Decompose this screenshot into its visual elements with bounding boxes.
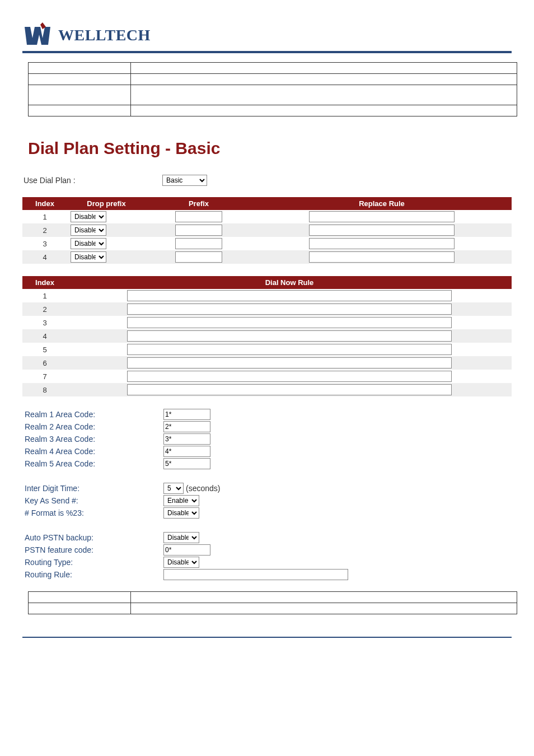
key-as-send-label: Key As Send #: xyxy=(24,496,163,505)
use-dial-plan-select[interactable]: Basic xyxy=(162,175,207,186)
logo-text: WELLTECH xyxy=(58,26,151,44)
dialnow-index: 7 xyxy=(22,370,67,383)
format23-label: # Format is %23: xyxy=(24,508,163,517)
realm4-label: Realm 4 Area Code: xyxy=(24,447,163,456)
bottom-grid-table xyxy=(28,591,517,614)
header-logo: WELLTECH xyxy=(22,22,512,53)
realm1-input[interactable] xyxy=(163,409,210,420)
prefix-input[interactable] xyxy=(175,225,222,236)
realm3-input[interactable] xyxy=(163,433,210,445)
page-title: Dial Plan Setting - Basic xyxy=(28,139,512,158)
dialnow-input[interactable] xyxy=(127,357,452,368)
routing-rule-label: Routing Rule: xyxy=(24,570,163,579)
col-index: Index xyxy=(22,197,67,210)
dialnow-input[interactable] xyxy=(127,304,452,315)
prefix-input[interactable] xyxy=(175,211,222,222)
prefix-input[interactable] xyxy=(175,238,222,249)
routing-rule-input[interactable] xyxy=(163,569,348,580)
welltech-logo-icon xyxy=(22,22,56,48)
dialnow-index: 2 xyxy=(22,302,67,316)
prefix-input[interactable] xyxy=(175,251,222,263)
dialnow-input[interactable] xyxy=(127,330,452,342)
dialnow-input[interactable] xyxy=(127,344,452,355)
plan-index: 4 xyxy=(22,250,67,264)
col-index: Index xyxy=(22,276,67,289)
replace-input[interactable] xyxy=(309,251,455,263)
pstn-feature-code-input[interactable] xyxy=(163,544,210,556)
realm2-label: Realm 2 Area Code: xyxy=(24,422,163,431)
col-replace: Replace Rule xyxy=(252,197,512,210)
realm3-label: Realm 3 Area Code: xyxy=(24,435,163,444)
drop-prefix-select[interactable]: Disable xyxy=(71,251,106,263)
col-prefix: Prefix xyxy=(146,197,252,210)
dialnow-index: 3 xyxy=(22,316,67,329)
plan-index: 1 xyxy=(22,210,67,223)
dialnow-input[interactable] xyxy=(127,317,452,328)
dialnow-index: 5 xyxy=(22,343,67,356)
dialnow-index: 6 xyxy=(22,356,67,370)
realm5-input[interactable] xyxy=(163,458,210,469)
auto-pstn-backup-label: Auto PSTN backup: xyxy=(24,533,163,542)
drop-prefix-select[interactable]: Disable xyxy=(71,211,106,222)
replace-input[interactable] xyxy=(309,225,455,236)
seconds-unit: (seconds) xyxy=(186,484,220,493)
dialnow-index: 1 xyxy=(22,289,67,302)
dial-plan-table: Index Drop prefix Prefix Replace Rule 1 … xyxy=(22,197,512,264)
dialnow-input[interactable] xyxy=(127,384,452,395)
use-dial-plan-label: Use Dial Plan : xyxy=(22,176,162,185)
format23-select[interactable]: Disable xyxy=(163,507,199,519)
replace-input[interactable] xyxy=(309,211,455,222)
dial-now-table: Index Dial Now Rule 1 2 3 4 5 6 7 8 xyxy=(22,276,512,396)
routing-type-label: Routing Type: xyxy=(24,558,163,567)
dialnow-input[interactable] xyxy=(127,371,452,382)
col-dial-now-rule: Dial Now Rule xyxy=(67,276,512,289)
realm4-input[interactable] xyxy=(163,446,210,457)
drop-prefix-select[interactable]: Disable xyxy=(71,225,106,236)
dialnow-input[interactable] xyxy=(127,290,452,301)
realm1-label: Realm 1 Area Code: xyxy=(24,410,163,419)
replace-input[interactable] xyxy=(309,238,455,249)
plan-index: 2 xyxy=(22,223,67,237)
col-drop-prefix: Drop prefix xyxy=(67,197,146,210)
key-as-send-select[interactable]: Enable xyxy=(163,495,199,506)
auto-pstn-backup-select[interactable]: Disable xyxy=(163,532,199,543)
inter-digit-select[interactable]: 5 xyxy=(163,483,184,494)
top-grid-table xyxy=(28,62,517,116)
routing-type-select[interactable]: Disable xyxy=(163,557,199,568)
realm2-input[interactable] xyxy=(163,421,210,432)
realm5-label: Realm 5 Area Code: xyxy=(24,459,163,468)
drop-prefix-select[interactable]: Disable xyxy=(71,238,106,249)
plan-index: 3 xyxy=(22,237,67,250)
pstn-feature-code-label: PSTN feature code: xyxy=(24,545,163,554)
dialnow-index: 4 xyxy=(22,329,67,343)
inter-digit-label: Inter Digit Time: xyxy=(24,484,163,493)
dialnow-index: 8 xyxy=(22,383,67,396)
